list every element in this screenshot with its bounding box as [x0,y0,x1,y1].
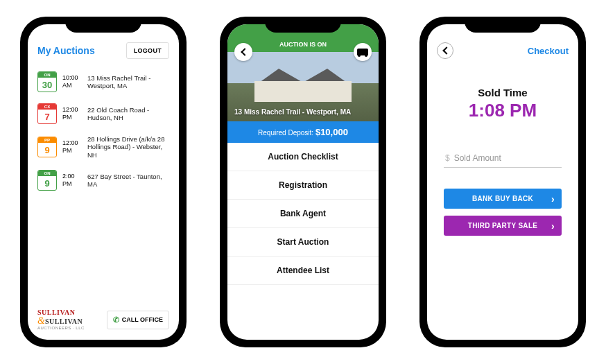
chevron-left-icon [442,46,450,54]
status-text: AUCTION IS ON [279,41,327,48]
date-day: 9 [44,143,49,157]
checkout-body: Sold Time 1:08 PM $ Sold Amount BANK BUY… [427,66,578,340]
phone-icon: ✆ [113,315,119,324]
auction-row[interactable]: ON 9 2:00 PM 627 Bay Street - Taunton, M… [28,164,179,196]
auction-row[interactable]: PP 9 12:00 PM 28 Hollings Drive (a/k/a 2… [28,130,179,164]
phone-checkout: Checkout Sold Time 1:08 PM $ Sold Amount… [420,17,585,347]
date-day: 7 [44,110,49,123]
date-tag: ON [38,171,56,176]
auction-row[interactable]: CX 7 12:00 PM 22 Old Coach Road - Hudson… [28,98,179,130]
auction-address: 28 Hollings Drive (a/k/a 28 Hollings Roa… [87,135,169,159]
drive-button[interactable] [354,43,372,61]
header: My Auctions LOGOUT [28,24,179,66]
back-button[interactable] [437,42,453,59]
deposit-amount: $10,000 [315,127,348,137]
page-title: My Auctions [37,45,95,56]
deposit-bar: Required Deposit: $10,000 [227,121,379,143]
menu-item-attendee-list[interactable]: Attendee List [227,257,379,285]
checkout-link[interactable]: Checkout [528,46,569,56]
date-tag: PP [38,137,56,143]
input-placeholder: Sold Amount [454,153,501,163]
logout-button[interactable]: LOGOUT [126,42,169,59]
house-image [254,69,352,102]
auction-address: 627 Bay Street - Taunton, MA [87,173,169,189]
car-icon [357,49,368,55]
header: Checkout [427,24,578,66]
date-badge: PP 9 [37,137,57,157]
dollar-icon: $ [445,153,450,163]
footer: SULLIVAN &SULLIVAN AUCTIONEERS · LLC ✆ C… [28,302,179,340]
auction-time: 12:00 PM [62,139,82,155]
auction-address: 22 Old Coach Road - Hudson, NH [87,106,169,122]
back-button[interactable] [234,43,252,61]
sold-time-label: Sold Time [478,87,527,98]
property-address: 13 Miss Rachel Trail - Westport, MA [227,108,358,121]
menu-list: Auction Checklist Registration Bank Agen… [227,143,379,340]
date-tag: CX [38,104,56,110]
menu-item-bank-agent[interactable]: Bank Agent [227,200,379,228]
menu-item-start-auction[interactable]: Start Auction [227,228,379,257]
sold-amount-input[interactable]: $ Sold Amount [444,149,562,168]
date-day: 9 [44,176,49,190]
property-hero: 13 Miss Rachel Trail - Westport, MA [227,52,379,121]
logo-subtitle: AUCTIONEERS · LLC [37,326,85,330]
auction-time: 12:00 PM [62,106,82,121]
third-party-sale-button[interactable]: THIRD PARTY SALE [444,216,562,236]
auction-time: 2:00 PM [62,173,82,188]
date-badge: ON 30 [37,71,57,92]
phone-my-auctions: My Auctions LOGOUT ON 30 10:00 AM 13 Mis… [21,17,186,347]
sold-time-value: 1:08 PM [469,100,537,121]
call-office-button[interactable]: ✆ CALL OFFICE [107,311,169,329]
bank-buy-back-button[interactable]: BANK BUY BACK [444,189,562,209]
menu-item-registration[interactable]: Registration [227,171,379,200]
date-badge: ON 9 [37,170,57,191]
menu-item-checklist[interactable]: Auction Checklist [227,143,379,171]
logo-line2: SULLIVAN [45,318,83,325]
date-day: 30 [42,78,52,92]
status-banner: AUCTION IS ON [227,24,379,52]
logo-ampersand: & [37,315,45,326]
auction-time: 10:00 AM [62,74,82,89]
company-logo: SULLIVAN &SULLIVAN AUCTIONEERS · LLC [37,309,85,330]
call-label: CALL OFFICE [122,316,163,323]
date-tag: ON [38,72,56,78]
date-badge: CX 7 [37,103,57,124]
auction-address: 13 Miss Rachel Trail - Westport, MA [87,74,169,90]
chevron-left-icon [241,48,248,55]
deposit-label: Required Deposit: [258,129,313,137]
auction-row[interactable]: ON 30 10:00 AM 13 Miss Rachel Trail - We… [28,66,179,98]
phone-auction-detail: AUCTION IS ON 13 Miss Rachel Trail - Wes… [220,17,386,347]
auction-list: ON 30 10:00 AM 13 Miss Rachel Trail - We… [28,66,179,302]
